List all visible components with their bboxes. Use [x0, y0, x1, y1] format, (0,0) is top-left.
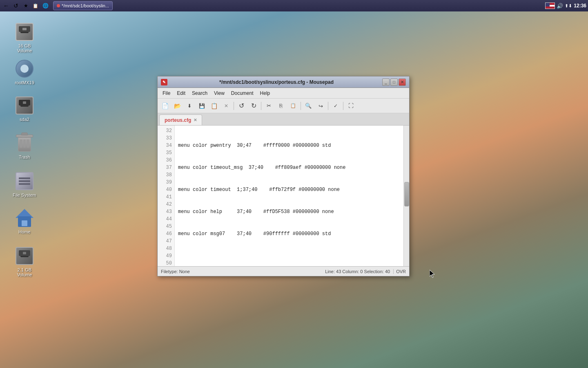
taskbar-refresh-icon[interactable]: ↺ — [11, 1, 20, 10]
menu-bar: File Edit Search View Document Help — [158, 88, 409, 99]
toolbar-redo-button[interactable]: ↻ — [248, 100, 259, 112]
menu-help[interactable]: Help — [257, 90, 274, 97]
tab-close-icon[interactable]: ✕ — [194, 118, 197, 122]
desktop-icon-rootmx19[interactable]: rootMX19 — [8, 57, 41, 87]
battery-icon: ⬆⬇ — [565, 3, 572, 9]
menu-search[interactable]: Search — [189, 90, 211, 97]
taskbar-left: ← ↺ ★ 📋 🌐 */mnt/sdc1/boot/syslin... — [2, 1, 113, 10]
line-numbers: 32 33 34 35 36 37 38 39 40 41 42 43 44 4… — [158, 126, 175, 266]
home-label: Home — [18, 229, 30, 234]
desktop-icon-16gb[interactable]: 16 GBVolume — [8, 20, 41, 55]
code-line-37 — [178, 252, 400, 260]
toolbar-sep2 — [261, 102, 261, 110]
taskbar-home-icon[interactable]: ★ — [21, 1, 30, 10]
menu-view[interactable]: View — [211, 90, 228, 97]
code-line-34: menu color timeout 1;37;40 #ffb72f9f #00… — [178, 186, 400, 193]
toolbar-sep1 — [234, 102, 234, 110]
toolbar-open-remote-button[interactable]: ⬇ — [184, 100, 195, 112]
filesystem-label: File System — [13, 193, 36, 197]
desktop-icon-filesystem[interactable]: File System — [8, 170, 41, 199]
toolbar-find-button[interactable]: 🔍 — [303, 100, 314, 112]
taskbar-globe-icon[interactable]: 🌐 — [41, 1, 50, 10]
toolbar-close-tab-button[interactable]: ✕ — [220, 100, 232, 112]
app-icon: ✎ — [161, 79, 167, 85]
toolbar-paste-button[interactable]: 📋 — [287, 100, 299, 112]
toolbar-spell-button[interactable]: ✓ — [330, 100, 341, 112]
taskbar-active-tab[interactable]: */mnt/sdc1/boot/syslin... — [53, 1, 113, 10]
volume-icon[interactable]: 🔊 — [557, 3, 563, 9]
taskbar-back-icon[interactable]: ← — [2, 1, 11, 10]
drive-16gb-label: 16 GBVolume — [17, 43, 32, 53]
trash-icon — [15, 133, 34, 153]
close-button[interactable]: ✕ — [399, 79, 406, 86]
toolbar-copy-button[interactable]: ⎘ — [275, 100, 287, 112]
status-filetype: Filetype: None — [161, 269, 190, 274]
toolbar-fullscreen-button[interactable]: ⛶ — [345, 100, 356, 112]
toolbar-open-button[interactable]: 📂 — [172, 100, 183, 112]
status-mode: OVR — [393, 269, 406, 274]
taskbar-right: 🔊 ⬆⬇ 12:36 — [545, 2, 586, 9]
toolbar-cut-button[interactable]: ✂ — [263, 100, 274, 112]
desktop-icon-21gb[interactable]: 2.1 GBVolume — [8, 245, 41, 279]
taskbar-save-icon[interactable]: 📋 — [31, 1, 40, 10]
clock: 12:36 — [574, 3, 586, 9]
toolbar-undo-button[interactable]: ↺ — [236, 100, 247, 112]
code-line-36: menu color msg07 37;40 #90ffffff #000000… — [178, 230, 400, 238]
toolbar-sep3 — [301, 102, 301, 110]
sda2-label: sda2 — [20, 117, 29, 122]
desktop: ← ↺ ★ 📋 🌐 */mnt/sdc1/boot/syslin... 🔊 ⬆⬇… — [0, 0, 588, 368]
tab-dot — [57, 4, 60, 7]
drive-16gb-icon — [15, 22, 34, 42]
toolbar-replace-button[interactable]: ↩ — [315, 100, 326, 112]
code-line-35: menu color help 37;40 #ffD5F538 #0000000… — [178, 208, 400, 215]
toolbar-new-button[interactable]: 📄 — [159, 100, 171, 112]
toolbar-save-button[interactable]: 💾 — [196, 100, 207, 112]
scrollbar[interactable] — [403, 126, 409, 266]
window-controls: _ □ ✕ — [382, 79, 406, 86]
status-bar: Filetype: None Line: 43 Column: 0 Select… — [158, 266, 409, 276]
title-bar: ✎ */mnt/sdc1/boot/syslinux/porteus.cfg -… — [158, 76, 409, 88]
svg-marker-0 — [430, 270, 434, 278]
toolbar-sep5 — [343, 102, 343, 110]
tab-bar: porteus.cfg ✕ — [158, 113, 409, 126]
tab-title: */mnt/sdc1/boot/syslin... — [62, 3, 109, 8]
code-line-32: menu color pwentry 30;47 #ffff0000 #0000… — [178, 142, 400, 149]
trash-label: Trash — [19, 155, 30, 159]
drive-21gb-label: 2.1 GBVolume — [17, 267, 32, 277]
filesystem-icon — [15, 171, 34, 191]
desktop-icon-trash[interactable]: Trash — [8, 132, 41, 161]
mousepad-window: ✎ */mnt/sdc1/boot/syslinux/porteus.cfg -… — [157, 76, 410, 276]
tab-filename: porteus.cfg — [165, 117, 191, 123]
toolbar-sep4 — [328, 102, 328, 110]
code-editor[interactable]: menu color pwentry 30;47 #ffff0000 #0000… — [175, 126, 403, 266]
rootmx19-icon — [15, 59, 34, 79]
status-position: Line: 43 Column: 0 Selection: 40 — [325, 269, 390, 274]
drive-21gb-icon — [15, 246, 34, 266]
menu-document[interactable]: Document — [228, 90, 257, 97]
editor-area[interactable]: 32 33 34 35 36 37 38 39 40 41 42 43 44 4… — [158, 126, 409, 266]
desktop-icon-sda2[interactable]: sda2 — [8, 94, 41, 123]
rootmx19-label: rootMX19 — [15, 80, 34, 85]
taskbar: ← ↺ ★ 📋 🌐 */mnt/sdc1/boot/syslin... 🔊 ⬆⬇… — [0, 0, 588, 11]
menu-file[interactable]: File — [159, 90, 174, 97]
sda2-icon — [15, 96, 34, 115]
home-icon-img — [15, 208, 34, 228]
code-line-33: menu color timeout_msg 37;40 #ff809aef #… — [178, 164, 400, 171]
desktop-icon-home[interactable]: Home — [8, 206, 41, 236]
tab-porteus-cfg[interactable]: porteus.cfg ✕ — [159, 114, 202, 125]
toolbar-copy-format-button[interactable]: 📋 — [208, 100, 220, 112]
menu-edit[interactable]: Edit — [174, 90, 189, 97]
window-title: */mnt/sdc1/boot/syslinux/porteus.cfg - M… — [171, 79, 382, 85]
mouse-cursor — [430, 270, 434, 276]
toolbar: 📄 📂 ⬇ 💾 📋 ✕ ↺ ↻ ✂ ⎘ 📋 🔍 ↩ ✓ ⛶ — [158, 99, 409, 113]
scrollbar-thumb[interactable] — [404, 182, 409, 206]
flag-icon — [545, 2, 555, 9]
minimize-button[interactable]: _ — [382, 79, 390, 86]
maximize-button[interactable]: □ — [390, 79, 398, 86]
